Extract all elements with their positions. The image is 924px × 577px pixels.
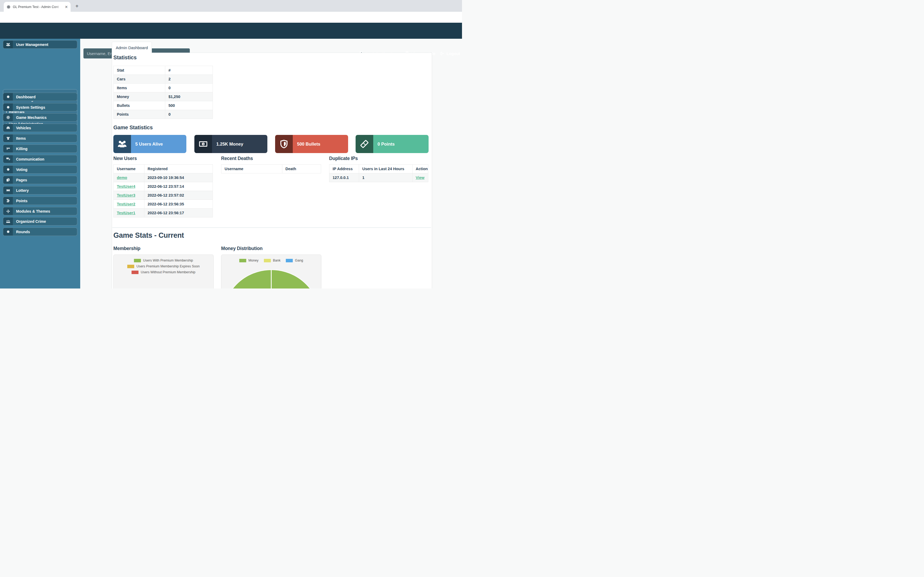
bullets-badge: 500 Bullets xyxy=(275,135,348,153)
sidebar-item-killing[interactable]: Killing xyxy=(3,145,77,153)
tshirt-icon xyxy=(3,134,13,142)
browser-tab-strip: GL Premium Test - Admin Cont ✕ + xyxy=(0,0,462,12)
membership-heading: Membership xyxy=(113,246,141,251)
svg-text:1: 1 xyxy=(202,143,204,145)
sidebar-item-system-settings[interactable]: System Settings xyxy=(3,103,77,111)
recent-deaths-heading: Recent Deaths xyxy=(221,156,253,161)
globe-favicon-icon xyxy=(6,5,11,9)
badge-label: 0 Points xyxy=(373,135,428,153)
sidebar-item-rounds[interactable]: Rounds xyxy=(3,227,77,236)
view-ip-link[interactable]: View xyxy=(416,176,425,180)
sidebar-item-points[interactable]: Points xyxy=(3,197,77,205)
screen: GL Premium Test - Admin Cont ✕ + ← → ⓘ 1… xyxy=(0,0,462,288)
table-row: Money$1,250 xyxy=(114,92,213,101)
gun-icon xyxy=(3,145,13,153)
table-row: Items0 xyxy=(114,84,213,92)
table-row: TestUser22022-06-12 23:56:35 xyxy=(114,200,213,209)
table-row: Bullets500 xyxy=(114,101,213,110)
column-header: Stat xyxy=(114,66,165,75)
pages-copy-icon xyxy=(3,176,13,184)
logout-link[interactable]: Logout xyxy=(440,48,460,58)
sidebar-item-user-management[interactable]: User Management xyxy=(3,40,77,48)
user-link[interactable]: TestUser2 xyxy=(117,202,135,206)
users-group-icon xyxy=(3,40,13,48)
money-chart-legend: Money Bank Gang xyxy=(221,259,321,262)
sidebar-item-items[interactable]: Items xyxy=(3,134,77,142)
shield-icon xyxy=(275,135,293,153)
badge-label: 500 Bullets xyxy=(293,135,348,153)
circle-icon xyxy=(3,228,13,235)
tab-close-icon[interactable]: ✕ xyxy=(65,5,68,9)
tab-admin-dashboard[interactable]: Admin Dashboard xyxy=(112,42,152,53)
money-badge: 1 1.25K Money xyxy=(194,135,267,153)
table-row: 127.0.0.1 1 View xyxy=(330,173,428,182)
badge-label: 5 Users Alive xyxy=(131,135,186,153)
table-row: TestUser32022-06-12 23:57:02 xyxy=(114,191,213,200)
user-link[interactable]: TestUser3 xyxy=(117,193,135,197)
ticket-icon xyxy=(3,187,13,194)
table-row: demo2023-09-10 19:36:54 xyxy=(114,173,213,182)
membership-chart-panel: Users With Premium Membership Users Prem… xyxy=(113,255,213,288)
new-users-heading: New Users xyxy=(113,156,137,161)
circle-icon xyxy=(3,103,13,111)
sidebar-item-communication[interactable]: Communication xyxy=(3,155,77,163)
app-navbar: GL Premium Test - ACP Back To The Game V… xyxy=(0,23,462,39)
people-group-icon xyxy=(3,218,13,225)
game-statistics-heading: Game Statistics xyxy=(113,124,153,131)
user-link[interactable]: demo xyxy=(117,176,127,180)
browser-toolbar: ← → ⓘ 127.0.0.1/GLScript/release/Gangste… xyxy=(0,12,462,23)
duplicate-ips-heading: Duplicate IPs xyxy=(329,156,358,161)
badge-label: 1.25K Money xyxy=(212,135,267,153)
table-row: TestUser42022-06-12 23:57:14 xyxy=(114,182,213,191)
game-stats-current-heading: Game Stats - Current xyxy=(113,231,184,240)
sidebar-item-organized-crime[interactable]: Organized Crime xyxy=(3,217,77,226)
puzzle-icon xyxy=(3,207,13,215)
table-row: Cars2 xyxy=(114,75,213,84)
statistics-table: Stat # Cars2 Items0 Money$1,250 Bullets5… xyxy=(113,66,213,119)
browser-tab-title: GL Premium Test - Admin Cont xyxy=(13,5,63,9)
users-alive-badge: 5 Users Alive xyxy=(113,135,186,153)
new-users-table: Username Registered demo2023-09-10 19:36… xyxy=(113,164,213,218)
column-header: # xyxy=(165,66,213,75)
car-icon xyxy=(3,124,13,132)
circle-icon xyxy=(3,93,13,101)
sidebar-item-modules-themes[interactable]: Modules & Themes xyxy=(3,207,77,215)
sidebar-item-dashboard[interactable]: Dashboard xyxy=(3,93,77,101)
table-row: TestUser12022-06-12 23:56:17 xyxy=(114,209,213,218)
coins-icon xyxy=(3,197,13,205)
money-bill-icon: 1 xyxy=(194,135,212,153)
new-tab-button[interactable]: + xyxy=(75,3,79,9)
legend-item: Users With Premium Membership xyxy=(114,259,213,262)
duplicate-ips-table: IP Address Users in Last 24 Hours Action… xyxy=(329,164,428,182)
legend-item: Users Premium Membership Expires Soon xyxy=(114,264,213,268)
circle-icon xyxy=(3,166,13,173)
points-badge: 0 Points xyxy=(355,135,428,153)
sidebar-item-pages[interactable]: Pages xyxy=(3,176,77,184)
sidebar-item-lottery[interactable]: Lottery xyxy=(3,186,77,195)
browser-tab[interactable]: GL Premium Test - Admin Cont ✕ xyxy=(4,2,71,12)
recent-deaths-table: Username Death xyxy=(221,164,321,173)
section-divider xyxy=(112,227,431,228)
users-group-icon xyxy=(113,135,131,153)
sidebar-item-game-mechanics[interactable]: Game Mechanics xyxy=(3,113,77,121)
ticket-icon xyxy=(355,135,373,153)
gear-icon xyxy=(3,114,13,121)
legend-item: Users Without Premium Membership xyxy=(114,270,213,274)
sidebar-item-voting[interactable]: Voting xyxy=(3,165,77,174)
statistics-heading: Statistics xyxy=(113,55,137,61)
user-link[interactable]: TestUser4 xyxy=(117,184,135,189)
sidebar-item-vehicles[interactable]: Vehicles xyxy=(3,124,77,132)
user-link[interactable]: TestUser1 xyxy=(117,211,135,215)
money-distribution-heading: Money Distribution xyxy=(221,246,263,251)
chat-bubbles-icon xyxy=(3,155,13,163)
sidebar: User Management ›IP Tracking ›Facebook L… xyxy=(0,39,80,288)
pie-slice-seam xyxy=(271,269,271,288)
sign-out-icon xyxy=(440,51,444,56)
table-row: Points0 xyxy=(114,110,213,119)
